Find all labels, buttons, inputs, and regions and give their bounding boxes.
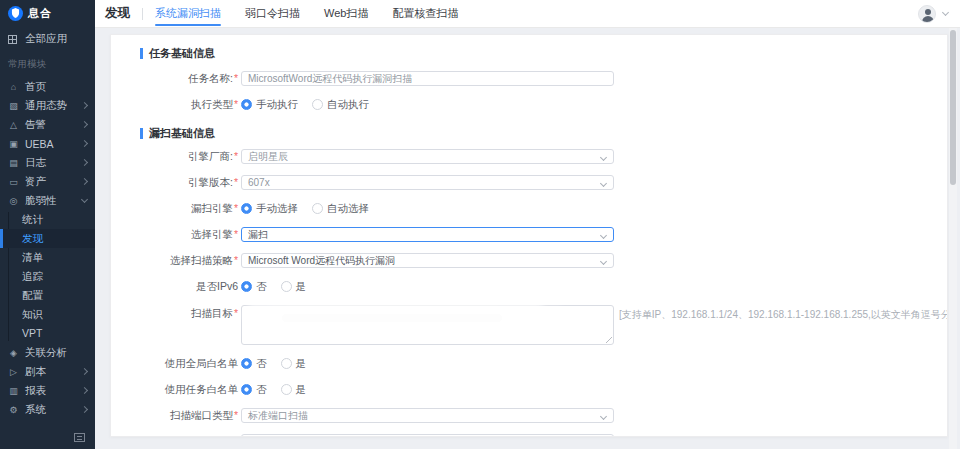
section-accent-bar xyxy=(140,128,143,139)
textarea-resize-handle[interactable] xyxy=(605,336,612,343)
sidebar-item-all-apps[interactable]: 全部应用 xyxy=(0,28,95,50)
tab-web-scan[interactable]: Web扫描 xyxy=(324,0,368,27)
app-root: 息合 全部应用 常用模块 ⌂ 首页 ▧ 通用态势 △ 告警 ▣ UEBA ▤ xyxy=(0,0,960,449)
form-row-task-name: 任务名称:* MicrosoftWord远程代码执行漏洞扫描 xyxy=(111,71,947,86)
radio-auto-engine[interactable] xyxy=(312,203,323,214)
sidebar-item-ueba[interactable]: ▣ UEBA xyxy=(0,134,95,153)
chevron-right-icon xyxy=(81,406,88,413)
engine-select-mode-label: 漏扫引擎* xyxy=(111,202,238,216)
brand-name: 息合 xyxy=(28,6,52,21)
correlation-icon: ◈ xyxy=(8,348,19,358)
sidebar-item-assets[interactable]: ▭ 资产 xyxy=(0,172,95,191)
sidebar-item-playbook[interactable]: ▷ 剧本 xyxy=(0,362,95,381)
task-name-label: 任务名称:* xyxy=(111,72,238,86)
engine-version-label: 引擎版本:* xyxy=(111,176,238,190)
user-avatar[interactable] xyxy=(918,5,936,23)
app-logo[interactable]: 息合 xyxy=(0,0,95,26)
asset-icon: ▭ xyxy=(8,177,19,187)
redacted-content xyxy=(282,314,502,322)
chevron-down-icon xyxy=(81,196,88,203)
radio-task-whitelist-yes[interactable] xyxy=(281,384,292,395)
posture-icon: ▧ xyxy=(8,101,19,111)
form-row-engine-vendor: 引擎厂商:* 启明星辰 xyxy=(111,149,947,164)
sidebar-section-label: 常用模块 xyxy=(0,50,95,77)
radio-manual-exec[interactable] xyxy=(241,99,252,110)
sidebar-item-system[interactable]: ⚙ 系统 xyxy=(0,400,95,419)
form-row-task-desc: 任务描述 xyxy=(111,434,947,437)
page-title: 发现 xyxy=(105,5,130,22)
tab-weak-password-scan[interactable]: 弱口令扫描 xyxy=(245,0,300,27)
ipv6-label: 是否IPv6 xyxy=(111,280,238,294)
sidebar-item-correlation-analysis[interactable]: ◈ 关联分析 xyxy=(0,343,95,362)
sidebar: 息合 全部应用 常用模块 ⌂ 首页 ▧ 通用态势 △ 告警 ▣ UEBA ▤ xyxy=(0,0,95,449)
section-scan-basic-info: 漏扫基础信息 xyxy=(140,126,947,141)
engine-select[interactable]: 漏扫 xyxy=(241,227,614,242)
sidebar-item-alerts[interactable]: △ 告警 xyxy=(0,115,95,134)
section-accent-bar xyxy=(140,48,143,59)
radio-ipv6-yes[interactable] xyxy=(281,281,292,292)
sidebar-subitem-inventory[interactable]: 清单 xyxy=(0,248,95,267)
user-menu-chevron-icon[interactable] xyxy=(942,9,949,16)
engine-version-select[interactable]: 607x xyxy=(241,175,614,190)
task-desc-label: 任务描述 xyxy=(111,435,238,438)
section-task-basic-info: 任务基础信息 xyxy=(140,46,947,61)
form-row-engine: 选择引擎* 漏扫 xyxy=(111,227,947,242)
sidebar-subitem-knowledge[interactable]: 知识 xyxy=(0,305,95,324)
sidebar-subitem-config[interactable]: 配置 xyxy=(0,286,95,305)
radio-ipv6-no[interactable] xyxy=(241,281,252,292)
content-area: 任务基础信息 任务名称:* MicrosoftWord远程代码执行漏洞扫描 执行… xyxy=(95,28,960,449)
chevron-right-icon xyxy=(81,368,88,375)
form-row-scan-policy: 选择扫描策略* Microsoft Word远程代码执行漏洞 xyxy=(111,253,947,268)
scan-tabs: 系统漏洞扫描 弱口令扫描 Web扫描 配置核查扫描 xyxy=(155,0,458,27)
scan-policy-select[interactable]: Microsoft Word远程代码执行漏洞 xyxy=(241,253,614,268)
form-row-ipv6: 是否IPv6 否 是 xyxy=(111,279,947,294)
sidebar-subitem-discovery[interactable]: 发现 xyxy=(0,229,95,248)
engine-vendor-select[interactable]: 启明星辰 xyxy=(241,149,614,164)
sidebar-item-home[interactable]: ⌂ 首页 xyxy=(0,77,95,96)
form-row-global-whitelist: 使用全局白名单 否 是 xyxy=(111,356,947,371)
exec-type-label: 执行类型* xyxy=(111,98,238,112)
sidebar-item-logs[interactable]: ▤ 日志 xyxy=(0,153,95,172)
task-desc-input[interactable] xyxy=(241,434,614,437)
scan-target-textarea[interactable] xyxy=(241,305,614,345)
sidebar-subitem-tracking[interactable]: 追踪 xyxy=(0,267,95,286)
form-row-engine-select-mode: 漏扫引擎* 手动选择 自动选择 xyxy=(111,201,947,216)
form-row-task-whitelist: 使用任务白名单 否 是 xyxy=(111,382,947,397)
radio-auto-exec[interactable] xyxy=(312,99,323,110)
sidebar-subitem-statistics[interactable]: 统计 xyxy=(0,210,95,229)
sidebar-item-general-posture[interactable]: ▧ 通用态势 xyxy=(0,96,95,115)
form-row-engine-version: 引擎版本:* 607x xyxy=(111,175,947,190)
radio-manual-engine[interactable] xyxy=(241,203,252,214)
sidebar-collapse-icon[interactable] xyxy=(74,433,85,442)
brand-shield-icon xyxy=(8,6,23,21)
alert-icon: △ xyxy=(8,120,19,130)
vertical-scrollbar xyxy=(949,28,957,449)
radio-global-whitelist-yes[interactable] xyxy=(281,358,292,369)
chevron-right-icon xyxy=(81,387,88,394)
scan-policy-label: 选择扫描策略* xyxy=(111,254,238,268)
sidebar-item-reports[interactable]: ▥ 报表 xyxy=(0,381,95,400)
playbook-icon: ▷ xyxy=(8,367,19,377)
all-apps-label: 全部应用 xyxy=(25,32,67,46)
port-type-select[interactable]: 标准端口扫描 xyxy=(241,408,614,423)
form-row-port-type: 扫描端口类型* 标准端口扫描 xyxy=(111,408,947,423)
global-whitelist-label: 使用全局白名单 xyxy=(111,357,238,371)
sidebar-subitem-vpt[interactable]: VPT xyxy=(0,324,95,343)
main-area: 发现 系统漏洞扫描 弱口令扫描 Web扫描 配置核查扫描 任务基础信息 任 xyxy=(95,0,960,449)
scan-task-form-card: 任务基础信息 任务名称:* MicrosoftWord远程代码执行漏洞扫描 执行… xyxy=(110,34,948,437)
form-row-exec-type: 执行类型* 手动执行 自动执行 xyxy=(111,97,947,112)
sidebar-item-vulnerability[interactable]: ◎ 脆弱性 xyxy=(0,191,95,210)
port-type-label: 扫描端口类型* xyxy=(111,409,238,423)
tab-config-check-scan[interactable]: 配置核查扫描 xyxy=(392,0,458,27)
radio-global-whitelist-no[interactable] xyxy=(241,358,252,369)
scrollbar-thumb[interactable] xyxy=(950,30,956,185)
chevron-right-icon xyxy=(81,140,88,147)
user-area xyxy=(918,0,960,27)
tab-system-vuln-scan[interactable]: 系统漏洞扫描 xyxy=(155,0,221,27)
task-name-input[interactable]: MicrosoftWord远程代码执行漏洞扫描 xyxy=(241,71,614,86)
vulnerability-submenu: 统计 发现 清单 追踪 配置 知识 VPT xyxy=(0,210,95,343)
radio-task-whitelist-no[interactable] xyxy=(241,384,252,395)
chevron-right-icon xyxy=(81,121,88,128)
report-icon: ▥ xyxy=(8,386,19,396)
chevron-right-icon xyxy=(81,178,88,185)
